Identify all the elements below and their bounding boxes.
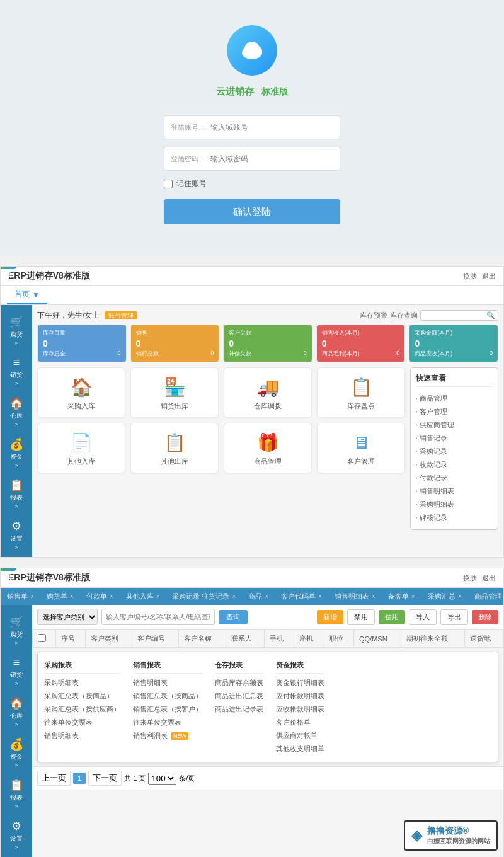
tab-products[interactable]: 商品 × xyxy=(242,588,275,605)
tab-product-mgmt[interactable]: 商品管理 × xyxy=(468,588,504,605)
func-other-in[interactable]: 📄 其他入库 xyxy=(37,423,125,473)
quick-item-3[interactable]: 销售记录 xyxy=(416,432,493,445)
sidebar-item-finance[interactable]: 💰 资金 > xyxy=(1,432,32,473)
report-item-purchase-3[interactable]: 往来单位交票表 xyxy=(44,716,120,729)
query-button[interactable]: 查询 xyxy=(219,610,248,624)
func-customer-mgmt[interactable]: 🖥 客户管理 xyxy=(317,423,405,473)
tab-purchase-order[interactable]: 购货单 × xyxy=(40,588,80,605)
sidebar-item-purchase[interactable]: 🛒 购货 > xyxy=(1,310,32,351)
report-item-inv-0[interactable]: 商品库存余额表 xyxy=(215,676,263,689)
report-item-fin-2[interactable]: 应收帐款明细表 xyxy=(276,703,324,716)
tab-reserve-close[interactable]: × xyxy=(411,593,415,600)
logout-btn[interactable]: 退出 xyxy=(482,272,496,281)
report-item-purchase-0[interactable]: 采购明细表 xyxy=(44,676,120,689)
inventory-label[interactable]: 库存预警 xyxy=(360,311,387,320)
tab-other-in-close[interactable]: × xyxy=(156,593,160,600)
sidebar2-item-purchase[interactable]: 🛒 购货 > xyxy=(1,610,32,651)
stat-card-2-sub-value: 0 xyxy=(304,350,307,358)
username-input[interactable] xyxy=(210,123,333,132)
sidebar-item-reports[interactable]: 📋 报表 > xyxy=(1,473,32,514)
report-item-sales-0[interactable]: 销售明细表 xyxy=(133,676,202,689)
sidebar-item-warehouse[interactable]: 🏠 仓库 > xyxy=(1,391,32,432)
search-icon[interactable]: 🔍 xyxy=(486,311,495,319)
report-item-fin-4[interactable]: 供应商对帐单 xyxy=(276,729,324,742)
expiry-label[interactable]: 库存查询 xyxy=(390,311,418,320)
add-button[interactable]: 新增 xyxy=(317,610,343,624)
report-item-inv-1[interactable]: 商品进出汇总表 xyxy=(215,689,263,703)
delete-button[interactable]: 删除 xyxy=(472,610,498,624)
tab-payment[interactable]: 付款单 × xyxy=(80,588,120,605)
skin-btn[interactable]: 换肤 xyxy=(463,272,477,281)
report-item-sales-4[interactable]: 销售利润表 NEW xyxy=(133,729,202,742)
sidebar2-item-settings[interactable]: ⚙ 设置 > xyxy=(1,814,32,855)
nav-home[interactable]: 首页 ▼ xyxy=(7,286,47,304)
report-item-sales-1[interactable]: 销售汇总表（按商品） xyxy=(133,689,202,703)
tab-sales-order-close[interactable]: × xyxy=(30,593,34,600)
tab-sales-order[interactable]: 销售单 × xyxy=(1,588,40,605)
func-other-in-label: 其他入库 xyxy=(67,457,95,466)
func-inventory-check[interactable]: 📋 库存盘点 xyxy=(317,367,405,418)
tab-purchase-order-close[interactable]: × xyxy=(70,593,74,600)
func-purchase-in[interactable]: 🏠 采购入库 xyxy=(37,367,125,418)
credit-button[interactable]: 信用 xyxy=(379,610,405,624)
quick-item-9[interactable]: 碑核记录 xyxy=(416,511,493,524)
func-product-mgmt[interactable]: 🎁 商品管理 xyxy=(224,423,312,473)
tab-purchase-summary[interactable]: 采购汇总 × xyxy=(421,588,468,605)
export-button[interactable]: 导出 xyxy=(440,609,468,625)
sidebar2-item-sales[interactable]: ≡ 销货 > xyxy=(1,651,32,691)
tab-products-close[interactable]: × xyxy=(265,593,268,600)
report-item-sales-3[interactable]: 往来单位交票表 xyxy=(133,716,202,729)
remember-row: 记住账号 xyxy=(164,178,340,189)
login-submit-button[interactable]: 确认登陆 xyxy=(164,199,340,224)
sidebar2-item-reports[interactable]: 📋 报表 > xyxy=(1,773,32,814)
import-button[interactable]: 导入 xyxy=(409,609,437,625)
tab-payment-close[interactable]: × xyxy=(110,593,113,600)
sidebar-item-sales[interactable]: ≡ 销货 > xyxy=(1,351,32,391)
customer-search-input[interactable] xyxy=(101,609,215,625)
report-item-purchase-2[interactable]: 采购汇总表（按供应商） xyxy=(44,703,120,716)
tab-purchase-records-close[interactable]: × xyxy=(232,593,236,600)
prev-page-btn[interactable]: 上一页 xyxy=(37,771,71,786)
report-item-fin-3[interactable]: 客户价格单 xyxy=(276,716,324,729)
report-item-purchase-1[interactable]: 采购汇总表（按商品） xyxy=(44,689,120,703)
report-item-sales-2[interactable]: 销售汇总表（按客户） xyxy=(133,703,202,716)
report-item-fin-1[interactable]: 应付帐款明细表 xyxy=(276,689,324,703)
erp2-logout-btn[interactable]: 退出 xyxy=(482,573,496,583)
select-all-checkbox[interactable] xyxy=(38,634,46,642)
next-page-btn[interactable]: 下一页 xyxy=(88,771,122,786)
tab-other-in[interactable]: 其他入库 × xyxy=(120,588,166,605)
tab-customer-codes[interactable]: 客户代码单 × xyxy=(275,588,328,605)
quick-item-5[interactable]: 收款记录 xyxy=(416,458,493,471)
quick-item-0[interactable]: 商品管理 xyxy=(416,392,493,405)
tab-sales-detail-close[interactable]: × xyxy=(372,593,375,600)
sidebar-item-settings[interactable]: ⚙ 设置 > xyxy=(1,514,32,555)
func-transfer[interactable]: 🚚 仓库调拨 xyxy=(224,367,312,418)
sidebar2-item-finance[interactable]: 💰 资金 > xyxy=(1,732,32,773)
tab-purchase-records[interactable]: 采购记录 往货记录 × xyxy=(166,588,242,605)
report-item-purchase-4[interactable]: 销售明细表 xyxy=(44,729,120,742)
report-item-fin-5[interactable]: 其他收支明细单 xyxy=(276,742,324,756)
erp2-skin-btn[interactable]: 换肤 xyxy=(463,573,477,583)
func-other-out[interactable]: 📋 其他出库 xyxy=(130,423,219,473)
report-item-fin-0[interactable]: 资金银行明细表 xyxy=(276,676,324,689)
func-sales-out[interactable]: 🏪 销货出库 xyxy=(130,367,219,418)
tab-customer-codes-close[interactable]: × xyxy=(318,593,322,600)
quick-item-4[interactable]: 采购记录 xyxy=(416,445,493,458)
quick-item-1[interactable]: 客户管理 xyxy=(416,405,493,418)
per-page-select[interactable]: 100 xyxy=(148,773,176,785)
tab-reserve[interactable]: 备客单 × xyxy=(382,588,421,605)
tab-purchase-summary-close[interactable]: × xyxy=(458,593,462,600)
search-input[interactable] xyxy=(423,312,486,319)
quick-item-7[interactable]: 销售明细表 xyxy=(416,485,493,498)
tab-sales-detail[interactable]: 销售明细表 × xyxy=(328,588,382,605)
quick-item-2[interactable]: 供应商管理 xyxy=(416,418,493,432)
quick-item-6[interactable]: 付款记录 xyxy=(416,471,493,485)
greeting-tag[interactable]: 账号管理 xyxy=(105,311,137,319)
report-item-inv-2[interactable]: 商品进出记录表 xyxy=(215,703,263,716)
disable-button[interactable]: 禁用 xyxy=(347,609,375,625)
customer-type-select[interactable]: 选择客户类别 xyxy=(37,609,98,625)
password-input[interactable] xyxy=(210,154,333,163)
remember-checkbox[interactable] xyxy=(164,180,173,188)
sidebar2-item-warehouse[interactable]: 🏠 仓库 > xyxy=(1,691,32,732)
quick-item-8[interactable]: 采购明细表 xyxy=(416,498,493,511)
